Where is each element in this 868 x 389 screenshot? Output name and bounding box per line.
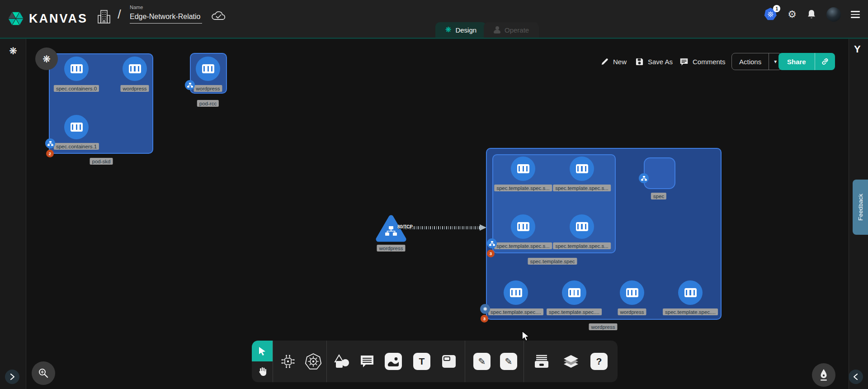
circuit-icon (280, 354, 296, 369)
node-label: spec.template.spec.... (663, 308, 718, 315)
node-label: spec.template.spec.s... (494, 185, 552, 191)
design-name-input[interactable]: Edge-Network-Relatio (130, 13, 202, 24)
container-icon (71, 123, 83, 132)
pan-tool[interactable] (252, 361, 273, 382)
edge-pencil-tool[interactable]: ✎ (473, 353, 491, 370)
pod-network-badge[interactable] (639, 173, 649, 183)
shapes-tool[interactable] (333, 353, 350, 370)
tab-design[interactable]: ❋ Design (435, 22, 486, 38)
save-as-button[interactable]: Save As (635, 53, 673, 70)
toolbar-divider (524, 341, 524, 382)
kubernetes-context-switcher[interactable]: 1 (764, 8, 778, 21)
pencil-icon (600, 57, 609, 66)
group-label: pod-rcc (197, 100, 219, 107)
tab-operate[interactable]: Operate (484, 22, 539, 38)
container-icon (576, 222, 588, 231)
left-sidebar (0, 39, 26, 389)
note-tool[interactable] (440, 353, 458, 370)
container-icon (517, 164, 529, 173)
hand-icon (257, 366, 268, 377)
cloud-saved-icon (211, 10, 226, 22)
share-label: Share (778, 53, 815, 70)
comments-button[interactable]: Comments (679, 53, 726, 70)
select-tool[interactable] (252, 341, 273, 361)
save-as-label: Save As (648, 58, 673, 66)
container-node[interactable] (678, 280, 703, 305)
pod-network-badge[interactable] (45, 138, 55, 148)
pod-network-badge[interactable] (185, 80, 195, 90)
text-tool[interactable]: T (413, 353, 430, 370)
node-label: spec (651, 193, 666, 199)
share-button[interactable]: Share (778, 53, 835, 70)
new-label: New (613, 58, 627, 66)
container-node[interactable] (620, 280, 644, 305)
comment-icon (360, 355, 374, 368)
zoom-button[interactable] (32, 361, 55, 385)
container-node[interactable] (64, 57, 89, 81)
group-label: spec.template.spec (528, 258, 577, 265)
kanvas-logo[interactable]: KANVAS (7, 10, 88, 27)
container-icon (576, 164, 588, 173)
error-count-badge[interactable]: 2 (46, 150, 54, 157)
meshery-spinner-icon[interactable]: ❋ (8, 45, 19, 56)
operate-tab-label: Operate (505, 26, 529, 34)
user-avatar[interactable] (826, 7, 841, 22)
container-node[interactable] (196, 57, 220, 81)
copy-link-icon[interactable] (815, 53, 835, 70)
new-button[interactable]: New (600, 53, 627, 70)
container-icon (568, 288, 580, 297)
container-icon (510, 288, 522, 297)
error-count-badge[interactable]: 3 (487, 250, 495, 257)
container-node[interactable] (511, 214, 535, 239)
toolbar-divider (326, 341, 327, 382)
meshery-badge[interactable]: ❋ (480, 304, 490, 314)
node-config-flower-icon[interactable]: ❋ (35, 47, 58, 70)
container-node[interactable] (511, 157, 535, 181)
collaborator-icon[interactable]: Y (854, 43, 861, 55)
drawer-tool[interactable] (533, 353, 550, 370)
container-node[interactable] (123, 57, 147, 81)
container-node[interactable] (562, 280, 586, 305)
collapse-sidebar-button[interactable] (849, 370, 863, 384)
container-node[interactable] (570, 214, 594, 239)
header-bar: KANVAS / Name Edge-Network-Relatio (0, 0, 868, 38)
pod-network-badge[interactable] (487, 238, 497, 248)
error-count-badge[interactable]: 3 (481, 315, 488, 323)
notifications-bell-icon[interactable] (807, 9, 816, 20)
design-name-field[interactable]: Name Edge-Network-Relatio (130, 5, 202, 24)
kanvas-logo-icon (7, 10, 24, 27)
node-spec[interactable] (644, 157, 675, 189)
freehand-pencil-tool[interactable]: ✎ (500, 353, 517, 370)
feedback-label: Feedback (857, 194, 864, 220)
container-node[interactable] (570, 157, 594, 181)
toolbar-divider (465, 341, 465, 382)
layers-tool[interactable] (562, 353, 580, 370)
node-label: spec.template.spec.s... (494, 242, 552, 249)
comment-tool[interactable] (359, 353, 376, 370)
help-icon: ? (590, 353, 608, 370)
expand-sidebar-button[interactable] (5, 370, 19, 384)
shapes-icon (333, 354, 349, 369)
group-label: pod-skd (90, 158, 113, 165)
container-node[interactable] (504, 280, 528, 305)
organization-icon[interactable] (97, 9, 111, 24)
components-tool[interactable] (279, 353, 297, 370)
settings-gear-icon[interactable]: ⚙ (788, 9, 797, 19)
help-tool[interactable]: ? (590, 353, 608, 370)
freehand-pencil-icon: ✎ (500, 353, 517, 370)
kubernetes-tool[interactable] (305, 353, 322, 370)
menu-hamburger-icon[interactable] (851, 11, 860, 18)
node-label: wordpress (618, 308, 646, 315)
container-icon (684, 288, 697, 297)
comments-label: Comments (693, 58, 726, 66)
image-tool[interactable] (385, 353, 402, 370)
mouse-cursor (521, 331, 531, 342)
network-edge[interactable] (404, 226, 481, 229)
breadcrumb-separator: / (118, 7, 121, 22)
cursor-arrow-icon (257, 346, 267, 356)
pen-nib-button[interactable] (812, 363, 835, 387)
comments-icon (679, 57, 689, 66)
feedback-tab[interactable]: Feedback (853, 180, 868, 235)
container-node[interactable] (64, 115, 89, 139)
actions-button[interactable]: Actions ▾ (731, 53, 782, 70)
